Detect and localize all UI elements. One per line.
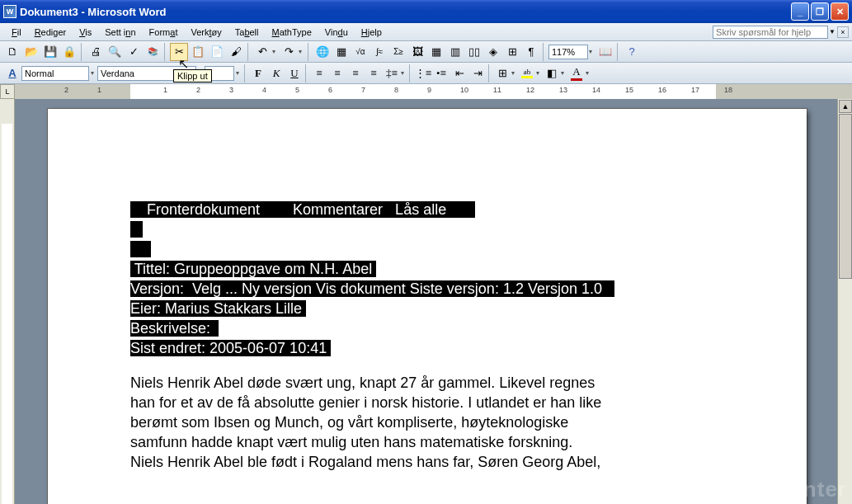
open-button[interactable]: 📂 — [22, 43, 40, 61]
menu-verktoy[interactable]: Verktøy — [184, 26, 228, 39]
scroll-thumb[interactable] — [839, 114, 852, 279]
size-dropdown[interactable]: ▾ — [236, 69, 242, 77]
doc-body-line5: Niels Henrik Abel ble født i Rogaland me… — [130, 452, 724, 472]
insert-worksheet-button[interactable]: ▥ — [446, 43, 464, 61]
equation-sqrt-button[interactable]: √α — [351, 43, 370, 61]
scroll-up-button[interactable]: ▲ — [839, 100, 852, 113]
borders-dropdown[interactable]: ▾ — [511, 69, 518, 77]
styles-pane-button[interactable]: A — [3, 64, 21, 82]
save-button[interactable]: 💾 — [41, 43, 59, 61]
increase-indent-button[interactable]: ⇥ — [468, 64, 487, 82]
font-color-button[interactable]: A — [567, 64, 586, 82]
doc-title-line: Tittel: Gruppeoppgave om N.H. Abel — [130, 261, 376, 277]
decrease-indent-button[interactable]: ⇤ — [450, 64, 468, 82]
read-mode-button[interactable]: 📖 — [596, 43, 614, 61]
insert-table-button[interactable]: ▦ — [427, 43, 445, 61]
undo-dropdown[interactable]: ▾ — [272, 48, 279, 55]
highlight-dropdown[interactable]: ▾ — [536, 69, 543, 77]
drawing-button[interactable]: ◈ — [484, 43, 502, 61]
document-page[interactable]: Fronterdokument Kommentarer Lås alle Tit… — [48, 109, 807, 504]
italic-button[interactable]: K — [267, 64, 285, 82]
menu-rediger[interactable]: Rediger — [28, 26, 73, 39]
doc-body-line2: han for et av de få absolutte genier i n… — [130, 393, 724, 412]
line-spacing-button[interactable]: ‡≡ — [383, 64, 401, 82]
document-map-button[interactable]: ⊞ — [503, 43, 521, 61]
maximize-button[interactable]: ❐ — [811, 2, 829, 21]
help-close-button[interactable]: × — [837, 26, 849, 38]
equation-sigma-button[interactable]: Σ≥ — [389, 43, 407, 61]
align-left-button[interactable]: ≡ — [310, 64, 328, 82]
doc-body-line3: berømt som Ibsen og Munch, og vårt kompl… — [130, 412, 724, 432]
shading-button[interactable]: ◧ — [543, 64, 561, 82]
doc-body-line1: Niels Henrik Abel døde svært ung, knapt … — [130, 373, 724, 393]
underline-button[interactable]: U — [285, 64, 304, 82]
menu-vindu[interactable]: Vindu — [318, 26, 355, 39]
align-justify-button[interactable]: ≡ — [365, 64, 383, 82]
numbered-list-button[interactable]: ⋮≡ — [414, 64, 432, 82]
zoom-dropdown[interactable]: ▾ — [589, 48, 595, 55]
doc-body-line4: samfunn hadde knapt vært mulig uten hans… — [130, 432, 724, 452]
new-document-button[interactable]: 🗋 — [3, 43, 21, 61]
tables-borders-button[interactable]: ▦ — [332, 43, 351, 61]
research-button[interactable]: 📚 — [144, 43, 162, 61]
shading-dropdown[interactable]: ▾ — [561, 69, 567, 77]
cut-tooltip: Klipp ut — [173, 69, 212, 82]
menubar: Fil Rediger Vis Sett inn Format Verktøy … — [0, 23, 852, 41]
menu-tabell[interactable]: Tabell — [228, 26, 266, 39]
doc-desc-line: Beskrivelse: — [130, 320, 219, 337]
workspace: Fronterdokument Kommentarer Lås alle Tit… — [0, 99, 837, 504]
doc-blank2 — [130, 241, 151, 257]
equation-integral-button[interactable]: ∫≈ — [370, 43, 388, 61]
align-right-button[interactable]: ≡ — [346, 64, 365, 82]
style-selector[interactable]: Normal — [21, 66, 89, 81]
insert-picture-button[interactable]: 🖼 — [408, 43, 426, 61]
watermark: >>fronter — [746, 477, 847, 502]
spacing-dropdown[interactable]: ▾ — [401, 69, 407, 77]
titlebar: W Dokument3 - Microsoft Word _ ❐ ✕ — [0, 0, 852, 23]
menu-hjelp[interactable]: Hjelp — [355, 26, 388, 39]
paste-button[interactable]: 📄 — [208, 43, 226, 61]
spellcheck-button[interactable]: ✓ — [125, 43, 143, 61]
bullet-list-button[interactable]: •≡ — [432, 64, 450, 82]
help-search-input[interactable] — [713, 26, 828, 39]
tab-selector[interactable]: L — [0, 84, 15, 99]
vertical-ruler[interactable] — [0, 99, 15, 504]
page-container[interactable]: Fronterdokument Kommentarer Lås alle Tit… — [15, 99, 837, 504]
print-button[interactable]: 🖨 — [87, 43, 105, 61]
borders-button[interactable]: ⊞ — [493, 64, 511, 82]
style-dropdown[interactable]: ▾ — [91, 69, 97, 77]
doc-owner-line: Eier: Marius Stakkars Lille — [130, 300, 306, 317]
format-painter-button[interactable]: 🖌 — [227, 43, 245, 61]
menu-settinn[interactable]: Sett inn — [98, 26, 142, 39]
minimize-button[interactable]: _ — [791, 2, 809, 21]
word-app-icon: W — [3, 5, 16, 18]
standard-toolbar: 🗋 📂 💾 🔒 🖨 🔍 ✓ 📚 ✂ 📋 📄 🖌 ↶ ▾ ↷ ▾ 🌐 ▦ √α ∫… — [0, 41, 852, 63]
help-button[interactable]: ? — [623, 43, 641, 61]
copy-button[interactable]: 📋 — [189, 43, 207, 61]
zoom-input[interactable]: 117% — [548, 45, 588, 59]
horizontal-ruler[interactable]: L 2 1 1 2 3 4 5 6 7 8 9 10 11 12 13 14 1… — [0, 84, 852, 99]
menu-format[interactable]: Format — [143, 26, 185, 39]
permissions-button[interactable]: 🔒 — [60, 43, 78, 61]
print-preview-button[interactable]: 🔍 — [106, 43, 124, 61]
highlight-button[interactable]: ab — [518, 64, 536, 82]
doc-version-line: Versjon: Velg ... Ny versjon Vis dokumen… — [130, 280, 614, 297]
close-button[interactable]: ✕ — [831, 2, 849, 21]
columns-button[interactable]: ▯▯ — [465, 43, 483, 61]
help-dropdown-icon[interactable]: ▼ — [829, 28, 836, 35]
undo-button[interactable]: ↶ — [253, 43, 271, 61]
show-formatting-button[interactable]: ¶ — [522, 43, 540, 61]
menu-fil[interactable]: Fil — [5, 26, 28, 39]
align-center-button[interactable]: ≡ — [328, 64, 346, 82]
font-color-dropdown[interactable]: ▾ — [586, 69, 592, 77]
doc-blank1 — [130, 221, 143, 238]
cut-button[interactable]: ✂ — [170, 43, 188, 61]
window-title: Dokument3 - Microsoft Word — [20, 6, 166, 18]
bold-button[interactable]: F — [249, 64, 267, 82]
redo-button[interactable]: ↷ — [280, 43, 298, 61]
menu-mathtype[interactable]: MathType — [266, 26, 318, 39]
hyperlink-button[interactable]: 🌐 — [313, 43, 332, 61]
redo-dropdown[interactable]: ▾ — [299, 48, 305, 55]
menu-vis[interactable]: Vis — [73, 26, 98, 39]
vertical-scrollbar[interactable]: ▲ — [837, 99, 852, 504]
